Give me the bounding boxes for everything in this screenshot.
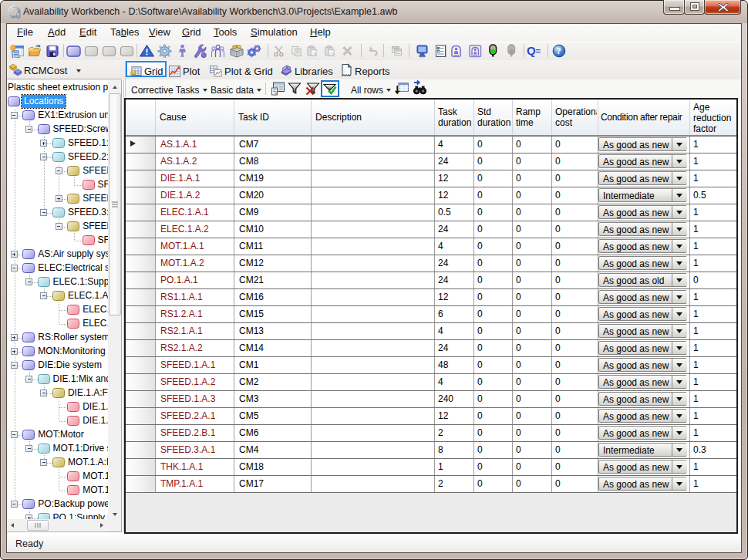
svg-text:?: ?	[557, 46, 561, 56]
svg-text:Q: Q	[527, 44, 536, 57]
svg-text:=: =	[536, 46, 541, 56]
